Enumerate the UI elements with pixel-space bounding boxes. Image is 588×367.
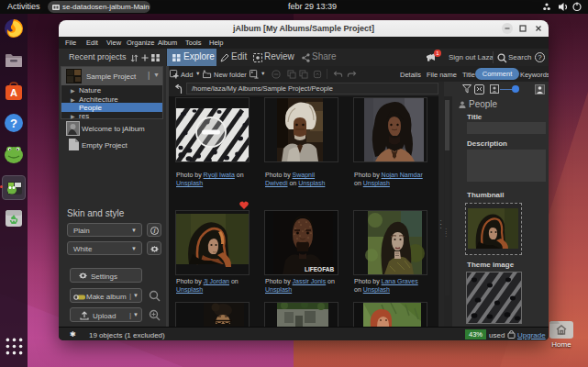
svg-text:A: A (10, 87, 17, 98)
svg-text:i: i (153, 227, 155, 233)
svg-text:?: ? (10, 117, 17, 130)
svg-text:LIFEOFAB: LIFEOFAB (305, 266, 334, 272)
